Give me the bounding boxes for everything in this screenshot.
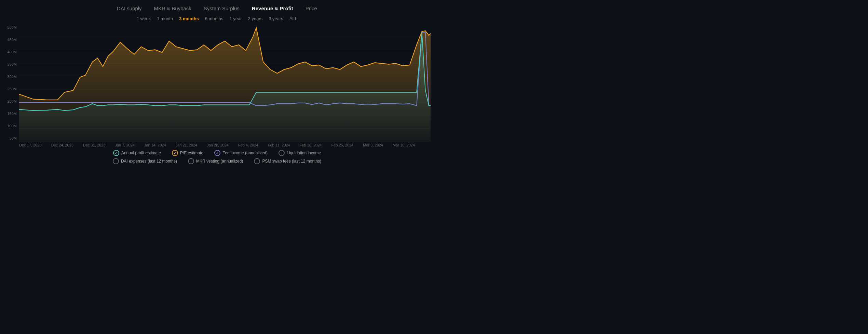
y-label-450: 450M — [3, 38, 19, 42]
chart-wrapper: 500M 450M 400M 350M 300M 250M 200M 150M … — [3, 24, 431, 148]
y-label-50: 50M — [3, 136, 19, 140]
time-3months[interactable]: 3 months — [179, 16, 199, 21]
y-label-200: 200M — [3, 99, 19, 103]
y-label-250: 250M — [3, 87, 19, 91]
y-label-150: 150M — [3, 112, 19, 116]
time-1month[interactable]: 1 month — [157, 16, 173, 21]
time-1year[interactable]: 1 year — [229, 16, 242, 21]
y-label-100: 100M — [3, 124, 19, 128]
legend-dai-expenses[interactable]: DAI expenses (last 12 months) — [113, 158, 177, 164]
x-label-5: Jan 21, 2024 — [176, 143, 198, 147]
y-label-300: 300M — [3, 75, 19, 79]
legend-dai-expenses-label: DAI expenses (last 12 months) — [121, 159, 177, 164]
tab-navigation: DAI supply MKR & Buyback System Surplus … — [3, 0, 431, 15]
chart-area: 500M 450M 400M 350M 300M 250M 200M 150M … — [3, 24, 431, 142]
legend-mkr-vesting[interactable]: MKR vesting (annualized) — [188, 158, 243, 164]
legend-pe-estimate-label: P/E estimate — [180, 151, 203, 155]
y-label-400: 400M — [3, 50, 19, 54]
y-label-350: 350M — [3, 62, 19, 66]
x-label-0: Dec 17, 2023 — [19, 143, 41, 147]
time-all[interactable]: ALL — [289, 16, 297, 21]
tab-dai-supply[interactable]: DAI supply — [116, 5, 143, 12]
x-label-7: Feb 4, 2024 — [238, 143, 258, 147]
legend-pe-estimate-icon — [172, 150, 178, 156]
legend-fee-income[interactable]: Fee income (annualized) — [214, 150, 268, 156]
x-label-6: Jan 28, 2024 — [207, 143, 229, 147]
x-label-9: Feb 18, 2024 — [300, 143, 322, 147]
x-label-8: Feb 11, 2024 — [268, 143, 290, 147]
x-label-1: Dec 24, 2023 — [51, 143, 73, 147]
legend-psm-swap[interactable]: PSM swap fees (last 12 months) — [254, 158, 321, 164]
y-axis: 500M 450M 400M 350M 300M 250M 200M 150M … — [3, 24, 19, 142]
tab-price[interactable]: Price — [304, 5, 318, 12]
time-2years[interactable]: 2 years — [248, 16, 263, 21]
legend-pe-estimate[interactable]: P/E estimate — [172, 150, 203, 156]
y-label-500: 500M — [3, 25, 19, 29]
chart-legend: Annual profit estimate P/E estimate Fee … — [3, 148, 431, 167]
x-label-10: Feb 25, 2024 — [331, 143, 353, 147]
legend-psm-swap-label: PSM swap fees (last 12 months) — [262, 159, 321, 164]
legend-psm-swap-icon — [254, 158, 260, 164]
legend-annual-profit[interactable]: Annual profit estimate — [113, 150, 161, 156]
x-label-12: Mar 10, 2024 — [393, 143, 415, 147]
tab-system-surplus[interactable]: System Surplus — [202, 5, 241, 12]
chart-svg — [19, 24, 431, 142]
time-3years[interactable]: 3 years — [269, 16, 283, 21]
x-label-4: Jan 14, 2024 — [144, 143, 166, 147]
time-6months[interactable]: 6 months — [205, 16, 223, 21]
legend-liquidation-income-icon — [279, 150, 285, 156]
main-container: DAI supply MKR & Buyback System Surplus … — [0, 0, 434, 167]
x-axis: Dec 17, 2023 Dec 24, 2023 Dec 31, 2023 J… — [3, 142, 431, 148]
legend-dai-expenses-icon — [113, 158, 119, 164]
legend-annual-profit-icon — [113, 150, 119, 156]
legend-row-2: DAI expenses (last 12 months) MKR vestin… — [113, 158, 321, 164]
x-label-3: Jan 7, 2024 — [115, 143, 135, 147]
time-1week[interactable]: 1 week — [137, 16, 151, 21]
tab-revenue-profit[interactable]: Revenue & Profit — [250, 5, 295, 12]
tab-mkr-buyback[interactable]: MKR & Buyback — [153, 5, 193, 12]
legend-row-1: Annual profit estimate P/E estimate Fee … — [113, 150, 321, 156]
legend-liquidation-income-label: Liquidation income — [287, 151, 321, 155]
legend-mkr-vesting-icon — [188, 158, 194, 164]
legend-mkr-vesting-label: MKR vesting (annualized) — [196, 159, 243, 164]
legend-annual-profit-label: Annual profit estimate — [121, 151, 161, 155]
legend-fee-income-label: Fee income (annualized) — [222, 151, 268, 155]
legend-fee-income-icon — [214, 150, 220, 156]
x-label-11: Mar 3, 2024 — [363, 143, 383, 147]
x-label-2: Dec 31, 2023 — [83, 143, 105, 147]
legend-liquidation-income[interactable]: Liquidation income — [279, 150, 321, 156]
time-range-navigation: 1 week 1 month 3 months 6 months 1 year … — [3, 15, 431, 24]
